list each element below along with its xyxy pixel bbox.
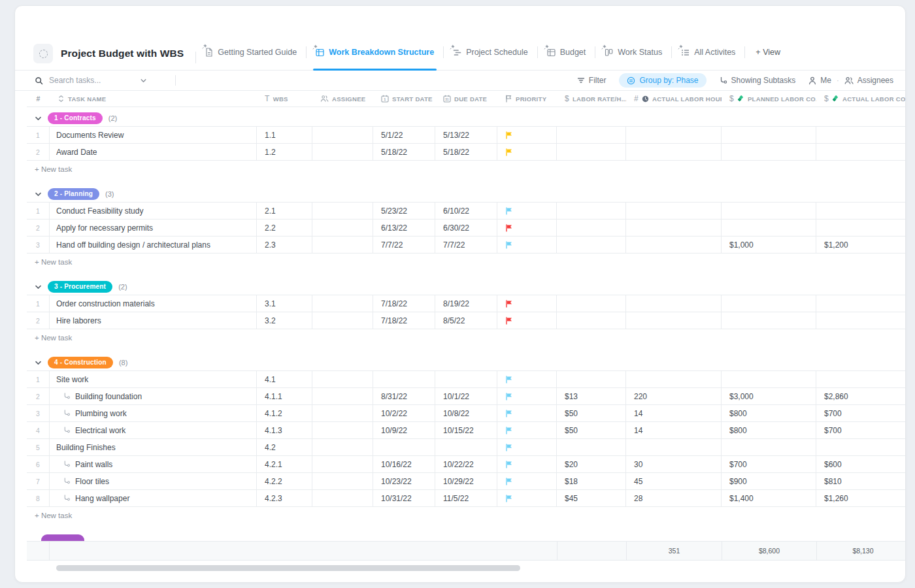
cell-start[interactable]: 10/2/22 (373, 405, 435, 421)
task-name[interactable]: Hire laborers (56, 316, 101, 325)
cell-wbs[interactable]: 4.1.3 (257, 422, 312, 438)
cell-assignee[interactable] (312, 405, 373, 421)
cell-hours[interactable]: 14 (626, 405, 722, 421)
cell-cost[interactable] (816, 371, 906, 387)
search-input[interactable] (49, 76, 134, 85)
cell-assignee[interactable] (312, 371, 373, 387)
cell-wbs[interactable]: 3.2 (257, 312, 312, 329)
cell-due[interactable]: 11/5/22 (435, 490, 497, 506)
cell-rate[interactable] (557, 127, 626, 143)
search-box[interactable] (35, 76, 169, 85)
cell-priority[interactable] (497, 371, 557, 387)
chevron-down-icon[interactable] (35, 359, 42, 367)
priority-flag-blue[interactable] (505, 444, 513, 451)
cell-wbs[interactable]: 2.1 (257, 203, 312, 219)
cell-assignee[interactable] (312, 237, 373, 253)
cell-cost[interactable]: $700 (816, 422, 906, 438)
cell-planned[interactable] (722, 220, 816, 236)
cell-wbs[interactable]: 4.2.1 (257, 456, 312, 472)
cell-cost[interactable] (816, 220, 906, 236)
cell-hours[interactable] (626, 439, 722, 455)
cell-due[interactable]: 8/19/22 (435, 295, 497, 312)
cell-hours[interactable] (626, 295, 722, 312)
priority-flag-blue[interactable] (505, 427, 513, 434)
cell-rate[interactable] (557, 220, 626, 236)
group-badge[interactable]: 2 - Planning (48, 188, 99, 200)
cell-priority[interactable] (497, 203, 557, 219)
tab-getting-started-guide[interactable]: Getting Started Guide (196, 41, 306, 63)
cell-planned[interactable] (722, 144, 816, 160)
cell-cost[interactable] (816, 439, 906, 455)
cell-name[interactable]: Award Date (50, 144, 257, 160)
cell-due[interactable]: 6/10/22 (435, 203, 497, 219)
cell-hours[interactable]: 220 (626, 388, 722, 404)
cell-planned[interactable]: $3,000 (722, 388, 816, 404)
cell-priority[interactable] (497, 312, 557, 329)
task-name[interactable]: Plumbing work (75, 409, 127, 418)
cell-name[interactable]: Site work (50, 371, 257, 387)
cell-assignee[interactable] (312, 144, 373, 160)
task-name[interactable]: Award Date (56, 148, 97, 157)
priority-flag-yellow[interactable] (505, 148, 513, 156)
cell-hours[interactable]: 14 (626, 422, 722, 438)
cell-rate[interactable]: $13 (557, 388, 626, 404)
chevron-down-icon[interactable] (140, 77, 147, 84)
cell-hours[interactable] (626, 127, 722, 143)
cell-due[interactable]: 10/15/22 (435, 422, 497, 438)
cell-priority[interactable] (497, 237, 557, 253)
cell-name[interactable]: Electrical work (50, 422, 257, 438)
cell-start[interactable]: 8/31/22 (373, 388, 435, 404)
cell-cost[interactable]: $1,200 (816, 237, 906, 253)
cell-due[interactable]: 5/18/22 (435, 144, 497, 160)
cell-priority[interactable] (497, 422, 557, 438)
cell-name[interactable]: Documents Review (50, 127, 257, 143)
cell-rate[interactable] (557, 144, 626, 160)
priority-flag-blue[interactable] (505, 495, 513, 502)
priority-flag-red[interactable] (505, 300, 513, 308)
cell-assignee[interactable] (312, 295, 373, 312)
column-header-planned[interactable]: $PLANNED LABOR CO... (722, 94, 816, 103)
cell-start[interactable]: 6/13/22 (373, 220, 435, 236)
cell-name[interactable]: Building foundation (50, 388, 257, 404)
cell-wbs[interactable]: 4.2 (257, 439, 312, 455)
cell-due[interactable]: 10/8/22 (435, 405, 497, 421)
cell-rate[interactable]: $18 (557, 473, 626, 489)
cell-hours[interactable]: 45 (626, 473, 722, 489)
cell-assignee[interactable] (312, 220, 373, 236)
cell-rate[interactable] (557, 439, 626, 455)
cell-planned[interactable]: $800 (722, 422, 816, 438)
cell-start[interactable]: 7/7/22 (373, 237, 435, 253)
cell-hours[interactable]: 28 (626, 490, 722, 506)
cell-start[interactable]: 10/23/22 (373, 473, 435, 489)
cell-priority[interactable] (497, 439, 557, 455)
task-name[interactable]: Electrical work (75, 426, 125, 435)
priority-flag-blue[interactable] (505, 393, 513, 400)
cell-assignee[interactable] (312, 473, 373, 489)
cell-hours[interactable] (626, 144, 722, 160)
cell-wbs[interactable]: 4.2.2 (257, 473, 312, 489)
cell-wbs[interactable]: 4.1.1 (257, 388, 312, 404)
group-by-button[interactable]: Group by: Phase (619, 73, 706, 88)
cell-wbs[interactable]: 1.2 (257, 144, 312, 160)
cell-planned[interactable] (722, 439, 816, 455)
task-name[interactable]: Order construction materials (56, 299, 155, 308)
cell-wbs[interactable]: 1.1 (257, 127, 312, 143)
cell-start[interactable]: 10/16/22 (373, 456, 435, 472)
task-name[interactable]: Building foundation (75, 392, 142, 401)
cell-name[interactable]: Hand off building design / architectural… (50, 237, 257, 253)
column-header-due[interactable]: 31DUE DATE (435, 95, 497, 103)
cell-rate[interactable] (557, 295, 626, 312)
column-header-start[interactable]: 1START DATE (373, 95, 435, 103)
cell-due[interactable] (435, 439, 497, 455)
cell-planned[interactable] (722, 295, 816, 312)
cell-planned[interactable]: $1,400 (722, 490, 816, 506)
cell-cost[interactable]: $2,860 (816, 388, 906, 404)
cell-hours[interactable] (626, 220, 722, 236)
column-header-assignee[interactable]: ASSIGNEE (312, 95, 373, 103)
cell-planned[interactable] (722, 203, 816, 219)
cell-name[interactable]: Apply for necessary permits (50, 220, 257, 236)
cell-wbs[interactable]: 2.2 (257, 220, 312, 236)
priority-flag-red[interactable] (505, 224, 513, 232)
task-name[interactable]: Apply for necessary permits (56, 223, 153, 233)
cell-assignee[interactable] (312, 127, 373, 143)
